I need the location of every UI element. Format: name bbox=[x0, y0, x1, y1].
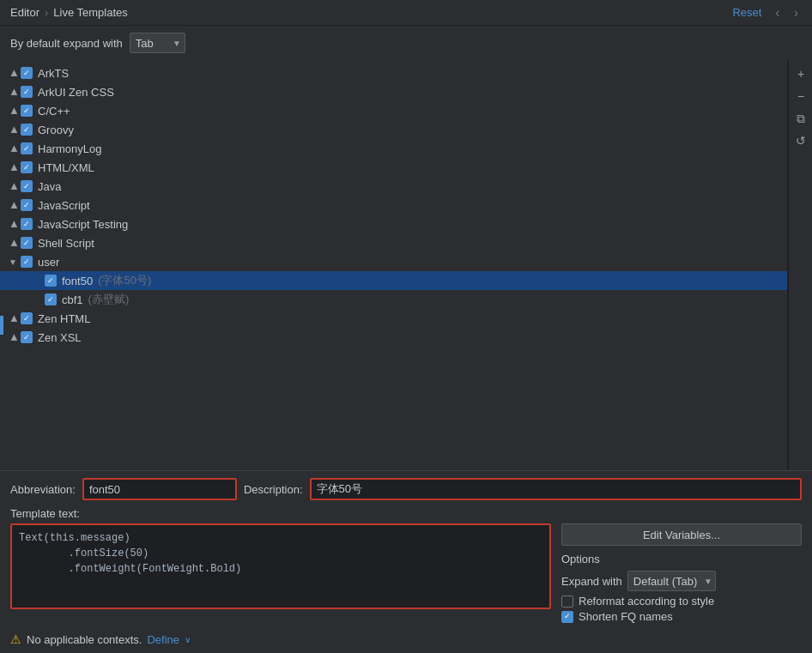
content-wrapper: ▶ ArkTS ▶ ArkUI Zen CSS ▶ C/C++ ▶ Groovy bbox=[0, 60, 812, 653]
tree-label-font50: font50 bbox=[62, 275, 93, 287]
expand-icon-arkts: ▶ bbox=[7, 67, 19, 79]
tree-item-cbf1[interactable]: ▶ cbf1 (赤壁赋) bbox=[0, 290, 787, 309]
tree-label-htmlxml: HTML/XML bbox=[38, 161, 94, 174]
tree-item-arkts[interactable]: ▶ ArkTS bbox=[0, 63, 787, 82]
template-row: Text(this.message) .fontSize(50) .fontWe… bbox=[10, 523, 802, 626]
checkbox-jstesting[interactable] bbox=[21, 218, 33, 230]
define-link[interactable]: Define bbox=[147, 633, 179, 646]
tree-item-arkui[interactable]: ▶ ArkUI Zen CSS bbox=[0, 82, 787, 101]
remove-button[interactable]: − bbox=[791, 86, 811, 106]
tree-item-user[interactable]: ▼ user bbox=[0, 252, 787, 271]
expand-icon-groovy: ▶ bbox=[7, 124, 19, 136]
tree-item-font50[interactable]: ▶ font50 (字体50号) bbox=[0, 271, 787, 290]
checkbox-zenhtml[interactable] bbox=[21, 312, 33, 324]
checkbox-zenxsl[interactable] bbox=[21, 331, 33, 343]
options-title: Options bbox=[561, 553, 802, 565]
checkbox-java[interactable] bbox=[21, 180, 33, 192]
shorten-row: Shorten FQ names bbox=[561, 610, 802, 623]
edit-variables-button[interactable]: Edit Variables... bbox=[561, 523, 802, 546]
context-row: ⚠ No applicable contexts. Define ∨ bbox=[10, 632, 802, 646]
checkbox-font50[interactable] bbox=[45, 275, 57, 287]
breadcrumb-current: Live Templates bbox=[53, 6, 127, 19]
tree-item-htmlxml[interactable]: ▶ HTML/XML bbox=[0, 158, 787, 177]
tree-label-zenhtml: Zen HTML bbox=[38, 312, 90, 325]
tree-label-harmonylog: HarmonyLog bbox=[38, 142, 101, 155]
checkbox-harmonylog[interactable] bbox=[21, 142, 33, 154]
expand-icon-shellscript: ▶ bbox=[7, 237, 19, 249]
tree-item-javascript[interactable]: ▶ JavaScript bbox=[0, 196, 787, 215]
toolbar: By default expand with Tab Enter Space ▼ bbox=[0, 26, 812, 60]
forward-button[interactable]: › bbox=[791, 4, 802, 21]
tree-item-zenhtml[interactable]: ▶ Zen HTML bbox=[0, 309, 787, 328]
options-expand-label: Expand with bbox=[561, 575, 622, 588]
tree-label-cbf1: cbf1 bbox=[62, 293, 83, 306]
expand-with-select-wrapper: Tab Enter Space ▼ bbox=[130, 33, 185, 53]
tree-panel: ▶ ArkTS ▶ ArkUI Zen CSS ▶ C/C++ ▶ Groovy bbox=[0, 60, 788, 470]
define-arrow-icon: ∨ bbox=[185, 635, 191, 644]
options-panel: Edit Variables... Options Expand with De… bbox=[561, 523, 802, 626]
checkbox-htmlxml[interactable] bbox=[21, 161, 33, 173]
abbrev-input[interactable] bbox=[82, 478, 237, 500]
tree-item-shellscript[interactable]: ▶ Shell Script bbox=[0, 233, 787, 252]
checkbox-cbf1[interactable] bbox=[45, 293, 57, 305]
expand-icon-arkui: ▶ bbox=[7, 86, 19, 98]
checkbox-user[interactable] bbox=[21, 256, 33, 268]
expand-with-options-select[interactable]: Default (Tab) Tab Enter Space bbox=[627, 571, 716, 591]
expand-with-label: By default expand with bbox=[10, 37, 123, 50]
tree-desc-cbf1: (赤壁赋) bbox=[88, 292, 130, 307]
expand-with-row: Expand with Default (Tab) Tab Enter Spac… bbox=[561, 571, 802, 591]
checkbox-arkui[interactable] bbox=[21, 86, 33, 98]
abbrev-label: Abbreviation: bbox=[10, 483, 76, 496]
bottom-section: Abbreviation: Description: Template text… bbox=[0, 470, 812, 653]
shorten-label: Shorten FQ names bbox=[579, 610, 673, 623]
tree-label-shellscript: Shell Script bbox=[38, 237, 94, 250]
checkbox-shellscript[interactable] bbox=[21, 237, 33, 249]
template-textarea[interactable]: Text(this.message) .fontSize(50) .fontWe… bbox=[10, 523, 551, 609]
breadcrumb-parent: Editor bbox=[10, 6, 39, 19]
tree-label-zenxsl: Zen XSL bbox=[38, 331, 82, 344]
breadcrumb-separator: › bbox=[45, 6, 48, 19]
tree-label-cpp: C/C++ bbox=[38, 105, 70, 118]
expand-icon-zenhtml: ▶ bbox=[7, 312, 19, 324]
back-button[interactable]: ‹ bbox=[772, 4, 783, 21]
tree-label-arkui: ArkUI Zen CSS bbox=[38, 86, 114, 99]
template-area-wrapper: Text(this.message) .fontSize(50) .fontWe… bbox=[10, 523, 551, 626]
tree-and-sidebar: ▶ ArkTS ▶ ArkUI Zen CSS ▶ C/C++ ▶ Groovy bbox=[0, 60, 812, 470]
reset-button[interactable]: Reset bbox=[729, 4, 765, 21]
expand-icon-zenxsl: ▶ bbox=[7, 331, 19, 343]
add-button[interactable]: + bbox=[791, 63, 811, 84]
tree-label-groovy: Groovy bbox=[38, 124, 74, 136]
tree-item-java[interactable]: ▶ Java bbox=[0, 177, 787, 196]
header-right: Reset ‹ › bbox=[729, 4, 802, 21]
shorten-checkbox[interactable] bbox=[561, 611, 573, 623]
tree-label-user: user bbox=[38, 256, 59, 269]
template-section: Template text: Text(this.message) .fontS… bbox=[10, 507, 802, 626]
tree-item-cpp[interactable]: ▶ C/C++ bbox=[0, 101, 787, 120]
reformat-checkbox[interactable] bbox=[561, 596, 573, 608]
tree-label-java: Java bbox=[38, 180, 61, 193]
header: Editor › Live Templates Reset ‹ › bbox=[0, 0, 812, 26]
checkbox-groovy[interactable] bbox=[21, 124, 33, 136]
tree-item-groovy[interactable]: ▶ Groovy bbox=[0, 120, 787, 139]
copy-button[interactable]: ⧉ bbox=[791, 108, 811, 129]
tree-item-jstesting[interactable]: ▶ JavaScript Testing bbox=[0, 215, 787, 233]
checkbox-arkts[interactable] bbox=[21, 67, 33, 79]
warning-icon: ⚠ bbox=[10, 632, 21, 646]
desc-input[interactable] bbox=[310, 478, 802, 500]
tree-item-harmonylog[interactable]: ▶ HarmonyLog bbox=[0, 139, 787, 158]
tree-label-arkts: ArkTS bbox=[38, 67, 69, 80]
expand-icon-htmlxml: ▶ bbox=[7, 161, 19, 173]
checkbox-cpp[interactable] bbox=[21, 105, 33, 117]
context-text: No applicable contexts. bbox=[27, 633, 142, 646]
reformat-row: Reformat according to style bbox=[561, 595, 802, 608]
expand-with-select[interactable]: Tab Enter Space bbox=[130, 33, 185, 53]
tree-item-zenxsl[interactable]: ▶ Zen XSL bbox=[0, 328, 787, 347]
desc-label: Description: bbox=[244, 483, 303, 496]
reset-entry-button[interactable]: ↺ bbox=[791, 130, 811, 151]
breadcrumb: Editor › Live Templates bbox=[10, 6, 128, 19]
expand-select-wrapper: Default (Tab) Tab Enter Space ▼ bbox=[627, 571, 716, 591]
expand-icon-cpp: ▶ bbox=[7, 105, 19, 117]
side-buttons: + − ⧉ ↺ bbox=[788, 60, 812, 470]
expand-icon-jstesting: ▶ bbox=[7, 218, 19, 230]
checkbox-javascript[interactable] bbox=[21, 199, 33, 211]
